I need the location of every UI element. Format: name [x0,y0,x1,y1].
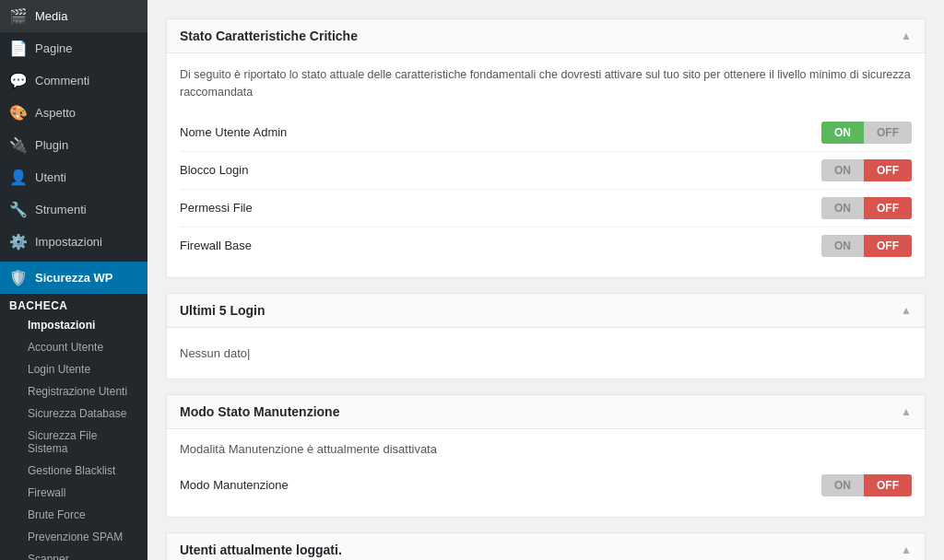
ultimi-login-body: Nessun dato| [167,328,925,379]
toggle-off-firewall-base[interactable]: OFF [864,235,912,257]
aspetto-icon: 🎨 [9,104,28,122]
sub-impostazioni[interactable]: Impostazioni [0,314,148,336]
sub-login[interactable]: Login Utente [0,358,148,380]
critical-features-body: Di seguito è riportato lo stato attuale … [167,53,925,277]
sub-brute-force[interactable]: Brute Force [0,504,148,526]
logged-users-header: Utenti attualmente loggati. ▲ [167,533,925,561]
sidebar-item-pagine[interactable]: 📄 Pagine [0,32,148,64]
toggle-row-permessi-file: Permessi File ON OFF [180,190,912,228]
toggle-off-blocco-login[interactable]: OFF [864,159,912,181]
manutenzione-card: Modo Stato Manutenzione ▲ Modalità Manut… [166,394,926,518]
toggle-off-permessi-file[interactable]: OFF [864,197,912,219]
commenti-icon: 💬 [9,72,28,89]
toggle-switch-blocco-login: ON OFF [821,159,912,181]
manutenzione-header: Modo Stato Manutenzione ▲ [167,395,925,429]
collapse-icon[interactable]: ▲ [901,29,912,42]
sub-account[interactable]: Account Utente [0,336,148,358]
toggle-on-manutenzione[interactable]: ON [821,474,864,496]
sub-blacklist[interactable]: Gestione Blacklist [0,460,148,482]
manutenzione-title: Modo Stato Manutenzione [180,404,339,419]
toggle-off-nome-admin[interactable]: OFF [864,122,912,144]
toggle-switch-nome-admin: ON OFF [821,122,912,144]
utenti-icon: 👤 [9,169,28,186]
sub-firewall[interactable]: Firewall [0,482,148,504]
critical-description: Di seguito è riportato lo stato attuale … [180,66,912,101]
toggle-label-permessi-file: Permessi File [180,201,821,215]
sidebar: 🎬 Media 📄 Pagine 💬 Commenti 🎨 Aspetto 🔌 … [0,0,148,560]
toggle-switch-firewall-base: ON OFF [821,235,912,257]
toggle-on-blocco-login[interactable]: ON [821,159,864,181]
collapse-icon-logged[interactable]: ▲ [901,543,912,556]
ultimi-login-title: Ultimi 5 Login [180,303,266,318]
sidebar-item-commenti[interactable]: 💬 Commenti [0,64,148,97]
sicurezza-submenu: Bacheca Impostazioni Account Utente Logi… [0,294,148,560]
sub-scanner[interactable]: Scanner [0,548,148,560]
logged-users-title: Utenti attualmente loggati. [180,542,342,557]
collapse-icon-login[interactable]: ▲ [901,304,912,317]
toggle-on-firewall-base[interactable]: ON [821,235,864,257]
toggle-label-manutenzione: Modo Manutenzione [180,478,821,492]
sidebar-item-impostazioni[interactable]: ⚙️ Impostazioni [0,226,148,258]
ultimi-login-card: Ultimi 5 Login ▲ Nessun dato| [166,293,926,379]
critical-features-header: Stato Caratteristiche Critiche ▲ [167,19,925,53]
toggle-label-firewall-base: Firewall Base [180,239,821,252]
strumenti-icon: 🔧 [9,201,28,218]
empty-login-data: Nessun dato| [180,341,912,366]
toggle-row-manutenzione: Modo Manutenzione ON OFF [180,467,912,504]
bacheca-section: Bacheca [0,294,148,314]
sicurezza-icon: 🛡️ [9,269,28,286]
main-content: Stato Caratteristiche Critiche ▲ Di segu… [148,0,944,560]
sidebar-item-strumenti[interactable]: 🔧 Strumenti [0,193,148,226]
impostazioni-icon: ⚙️ [9,233,28,251]
critical-features-title: Stato Caratteristiche Critiche [180,29,358,43]
sidebar-item-sicurezza[interactable]: 🛡️ Sicurezza WP [0,262,148,294]
toggle-switch-permessi-file: ON OFF [821,197,912,219]
toggle-switch-manutenzione: ON OFF [821,474,912,496]
sidebar-item-aspetto[interactable]: 🎨 Aspetto [0,97,148,129]
sidebar-item-utenti[interactable]: 👤 Utenti [0,161,148,193]
sub-spam[interactable]: Prevenzione SPAM [0,526,148,548]
toggle-label-blocco-login: Blocco Login [180,163,821,177]
toggle-row-firewall-base: Firewall Base ON OFF [180,228,912,264]
toggle-row-blocco-login: Blocco Login ON OFF [180,152,912,190]
pagine-icon: 📄 [9,40,28,57]
sidebar-item-plugin[interactable]: 🔌 Plugin [0,129,148,161]
toggle-on-permessi-file[interactable]: ON [821,197,864,219]
sidebar-item-media[interactable]: 🎬 Media [0,0,148,32]
logged-users-card: Utenti attualmente loggati. ▲ Non ci son… [166,532,926,561]
manutenzione-body: Modalità Manutenzione è attualmente disa… [167,429,925,517]
plugin-icon: 🔌 [9,136,28,154]
sub-file-sistema[interactable]: Sicurezza File Sistema [0,425,148,460]
critical-features-card: Stato Caratteristiche Critiche ▲ Di segu… [166,18,926,278]
manutenzione-description: Modalità Manutenzione è attualmente disa… [180,442,912,456]
sub-database[interactable]: Sicurezza Database [0,402,148,425]
ultimi-login-header: Ultimi 5 Login ▲ [167,294,925,328]
collapse-icon-manutenzione[interactable]: ▲ [901,405,912,418]
toggle-row-nome-admin: Nome Utente Admin ON OFF [180,114,912,152]
toggle-on-nome-admin[interactable]: ON [821,122,864,144]
toggle-label-nome-admin: Nome Utente Admin [180,125,821,139]
media-icon: 🎬 [9,7,28,25]
sub-registrazione[interactable]: Registrazione Utenti [0,380,148,402]
toggle-off-manutenzione[interactable]: OFF [864,474,912,496]
